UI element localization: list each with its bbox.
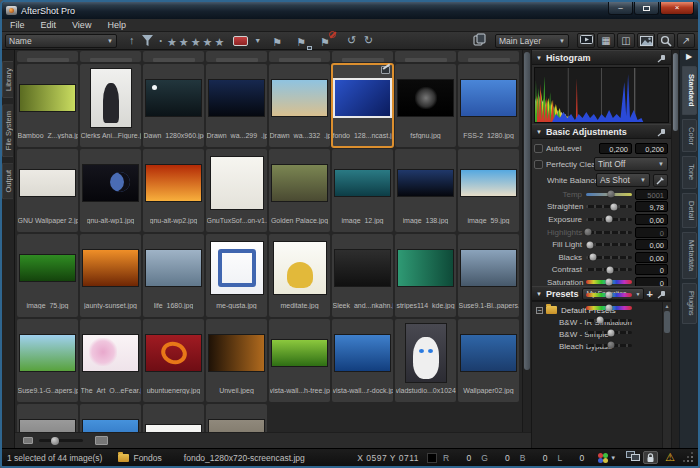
panel-scrollbar[interactable] — [671, 50, 679, 448]
thumbnail-cell[interactable]: vladstudio...0x1024.jpg — [395, 319, 456, 402]
tab-tone[interactable]: Tone — [682, 156, 697, 188]
flag-icon[interactable]: ⚑ — [268, 32, 286, 50]
thumbnail-cell[interactable] — [17, 404, 78, 432]
blacks-slider[interactable] — [586, 256, 632, 259]
fill-light-value[interactable]: 0,00 — [635, 239, 668, 250]
vibrance-slider[interactable] — [586, 293, 632, 297]
rating-dot-icon[interactable]: • — [160, 35, 162, 46]
thumbnail-cell[interactable]: GnuTuxSof...on-v1.jpg — [206, 149, 267, 232]
pin-icon[interactable] — [657, 285, 667, 303]
pin-icon[interactable] — [657, 49, 667, 67]
sharpening-slider[interactable] — [586, 319, 632, 322]
sort-by-select[interactable]: Name ▼ — [5, 34, 117, 48]
thumbnail-size-handle[interactable] — [51, 437, 59, 445]
thumbnail-cell[interactable]: image_75.jpg — [17, 234, 78, 317]
flag-reject-icon[interactable]: ⚑ — [316, 32, 334, 50]
thumbnail-cell[interactable]: GNU Wallpaper 2.jpg — [17, 149, 78, 232]
thumbnail-cell[interactable]: FSS-2_1280.jpg — [458, 64, 519, 147]
zoom-button[interactable] — [657, 33, 675, 48]
tab-file-system[interactable]: File System — [2, 104, 13, 157]
color-label-dropdown-icon[interactable]: ▼ — [254, 35, 261, 46]
noise-ninja-slider-handle[interactable] — [608, 329, 615, 336]
contrast-slider[interactable] — [586, 268, 632, 271]
white-balance-select[interactable]: As Shot ▼ — [596, 173, 650, 187]
basic-adjustments-header[interactable]: ▼ Basic Adjustments — [532, 124, 671, 139]
lock-button[interactable] — [643, 451, 658, 464]
straighten-slider-handle[interactable] — [610, 203, 617, 210]
panel-scrollbar-thumb[interactable] — [673, 53, 678, 131]
tab-output[interactable]: Output — [2, 163, 13, 200]
menu-item-edit[interactable]: Edit — [33, 19, 65, 32]
pin-icon[interactable] — [657, 123, 667, 141]
thumbnail-cell[interactable] — [17, 51, 78, 62]
menu-item-help[interactable]: Help — [99, 19, 134, 32]
thumbnail-cell[interactable]: gnu-alt-wp2.jpg — [143, 149, 204, 232]
noise-ninja-slider[interactable] — [586, 331, 632, 334]
split-view-button[interactable]: ◫ — [617, 33, 635, 48]
thumbnail-cell[interactable]: life_1680.jpg — [143, 234, 204, 317]
image-view-button[interactable] — [637, 33, 655, 48]
presets-scrollbar-thumb[interactable] — [664, 311, 670, 333]
hue-slider[interactable] — [586, 306, 632, 310]
thumbnail-cell[interactable]: Drawn_wa...332_.jpg — [269, 64, 330, 147]
contrast-slider-handle[interactable] — [606, 266, 613, 273]
thumbnail-cell[interactable]: gnu-alt-wp1.jpg — [80, 149, 141, 232]
tab-library[interactable]: Library — [2, 61, 13, 98]
highlights-slider[interactable] — [586, 231, 632, 234]
thumbnail-cell[interactable]: fsfgnu.jpg — [395, 64, 456, 147]
vibrance-slider-handle[interactable] — [606, 292, 613, 299]
histogram-header[interactable]: ▼ Histogram — [532, 50, 671, 65]
thumbnail-view-button[interactable]: ▦ — [597, 33, 615, 48]
thumbnail-cell[interactable]: Bamboo_Z...ysha.jpg — [17, 64, 78, 147]
layer-select[interactable]: Main Layer ▼ — [495, 34, 569, 48]
fullscreen-button[interactable]: ↗ — [677, 33, 695, 48]
raw-noise-slider-handle[interactable] — [608, 342, 615, 349]
thumbnail-cell[interactable]: Clerks Ani...Figure.jpg — [80, 64, 141, 147]
grid-scrollbar[interactable] — [522, 50, 531, 432]
panel-collapse-icon[interactable]: ▶ — [686, 52, 692, 61]
thumbnail-cell[interactable]: Suse9.1-Bl..papers.jpg — [458, 234, 519, 317]
autolevel-checkbox[interactable] — [534, 144, 543, 153]
highlights-slider-handle[interactable] — [585, 229, 592, 236]
warning-icon[interactable]: ⚠ — [665, 451, 675, 464]
perfectly-clear-select[interactable]: Tint Off ▼ — [594, 157, 668, 171]
thumbnail-cell[interactable] — [143, 51, 204, 62]
close-button[interactable]: × — [660, 2, 694, 15]
thumbnail-cell[interactable]: Drawn_wa...299_.jpg — [206, 64, 267, 147]
color-label-swatch[interactable] — [233, 36, 248, 46]
thumbnail-cell[interactable] — [206, 51, 267, 62]
thumbnail-cell[interactable]: Dawn_1280x960.jpg — [143, 64, 204, 147]
title-bar[interactable]: AfterShot Pro – × — [2, 2, 698, 19]
thumbnail-cell[interactable] — [206, 404, 267, 432]
thumbnail-cell[interactable]: vista-wall...h-tree.jpg — [269, 319, 330, 402]
thumbnail-cell[interactable]: The_Art_O...eFear.jpg — [80, 319, 141, 402]
perfectly-clear-checkbox[interactable] — [534, 160, 543, 169]
thumbnail-cell[interactable]: Unveil.jpeg — [206, 319, 267, 402]
exposure-slider-handle[interactable] — [606, 216, 613, 223]
straighten-slider[interactable] — [586, 205, 632, 208]
thumbnail-size-slider[interactable] — [39, 439, 83, 442]
minimize-button[interactable]: – — [608, 2, 633, 15]
add-preset-button[interactable]: + — [647, 288, 653, 300]
star-icon[interactable]: ★ — [167, 36, 177, 48]
rotate-cw-icon[interactable]: ↻ — [364, 35, 373, 46]
thumbnail-cell[interactable]: meditate.jpg — [269, 234, 330, 317]
thumbnail-cell[interactable]: stripes114_kde.jpg — [395, 234, 456, 317]
slideshow-button[interactable] — [577, 33, 595, 48]
thumbnail-cell[interactable]: Golden Palace.jpg — [269, 149, 330, 232]
thumbnail-cell[interactable]: image_59.jpg — [458, 149, 519, 232]
star-icon[interactable]: ★ — [214, 36, 224, 48]
thumbnail-cell[interactable] — [395, 51, 456, 62]
star-icon[interactable]: ★ — [203, 36, 213, 48]
thumbnail-cell[interactable]: Wallpaper02.jpg — [458, 319, 519, 402]
tab-standard[interactable]: Standard — [682, 66, 697, 115]
tab-plugins[interactable]: Plugins — [682, 283, 697, 324]
tab-color[interactable]: Color — [682, 119, 697, 153]
blacks-slider-handle[interactable] — [590, 254, 597, 261]
presets-scrollbar[interactable]: ▲ — [662, 302, 671, 448]
layers-icon[interactable] — [473, 32, 486, 50]
tab-metadata[interactable]: Metadata — [682, 232, 697, 279]
autolevel-white-value[interactable]: 0,200 — [635, 143, 668, 154]
color-profile-icon[interactable] — [598, 453, 608, 463]
thumbnail-cell[interactable] — [143, 404, 204, 432]
